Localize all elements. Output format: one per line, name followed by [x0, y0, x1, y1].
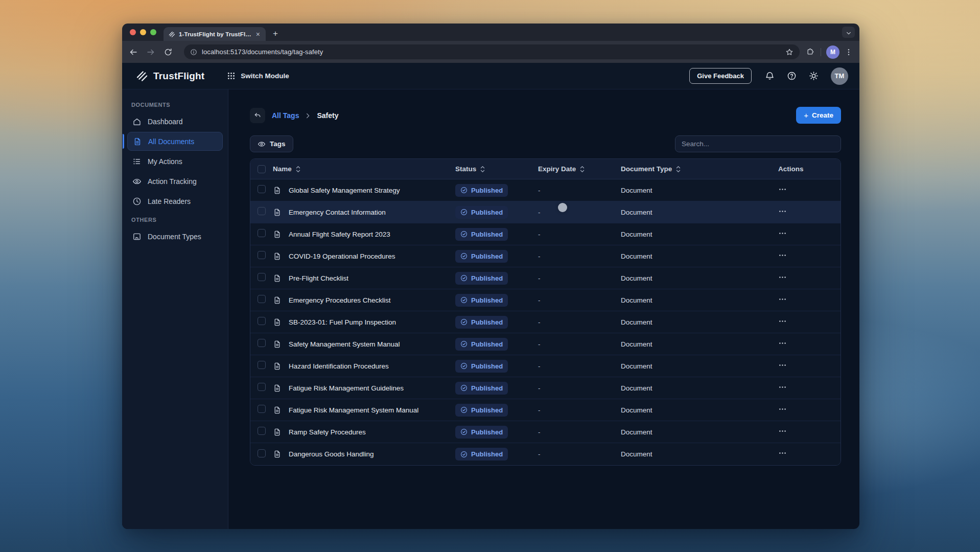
breadcrumb-parent-link[interactable]: All Tags — [272, 111, 299, 120]
sidebar-item-all-documents[interactable]: All Documents — [127, 132, 223, 151]
minimize-window-button[interactable] — [140, 29, 146, 35]
row-actions-button[interactable] — [778, 273, 787, 282]
column-header-status[interactable]: Status — [455, 165, 538, 173]
row-checkbox[interactable] — [258, 295, 266, 303]
row-checkbox[interactable] — [258, 317, 266, 325]
search-input[interactable] — [675, 135, 841, 152]
row-actions-button[interactable] — [778, 383, 787, 392]
zoom-window-button[interactable] — [150, 29, 156, 35]
table-row[interactable]: COVID-19 Operational Procedures Publishe… — [250, 245, 841, 267]
sidebar-item-dashboard[interactable]: Dashboard — [127, 112, 223, 131]
table-row[interactable]: Ramp Safety Procedures Published - Docum… — [250, 421, 841, 443]
status-label: Published — [471, 296, 503, 304]
new-tab-button[interactable]: + — [273, 29, 278, 38]
expiry-date: - — [538, 209, 621, 216]
check-circle-icon — [460, 406, 468, 413]
back-icon[interactable] — [129, 48, 138, 57]
row-checkbox[interactable] — [258, 383, 266, 391]
row-actions-button[interactable] — [778, 405, 787, 413]
table-row[interactable]: Dangerous Goods Handling Published - Doc… — [250, 443, 841, 465]
document-type: Document — [621, 231, 778, 238]
row-checkbox[interactable] — [258, 251, 266, 259]
clock-icon — [132, 197, 142, 206]
sidebar-item-my-actions[interactable]: My Actions — [127, 152, 223, 171]
row-checkbox[interactable] — [258, 273, 266, 281]
breadcrumb-back-button[interactable] — [250, 108, 265, 123]
site-info-icon[interactable] — [190, 49, 197, 56]
row-actions-button[interactable] — [778, 251, 787, 260]
row-checkbox[interactable] — [258, 449, 266, 457]
row-actions-button[interactable] — [778, 317, 787, 326]
row-checkbox[interactable] — [258, 339, 266, 347]
table-row[interactable]: Emergency Procedures Checklist Published… — [250, 289, 841, 311]
check-circle-icon — [460, 451, 468, 458]
app-body: DOCUMENTSDashboardAll DocumentsMy Action… — [122, 89, 859, 529]
expiry-date: - — [538, 362, 621, 370]
theme-sun-icon[interactable] — [809, 71, 819, 81]
row-checkbox[interactable] — [258, 207, 266, 215]
row-checkbox[interactable] — [258, 185, 266, 193]
table-row[interactable]: SB-2023-01: Fuel Pump Inspection Publish… — [250, 311, 841, 333]
table-row[interactable]: Fatigue Risk Management Guidelines Publi… — [250, 377, 841, 399]
column-header-name[interactable]: Name — [273, 165, 455, 173]
row-checkbox[interactable] — [258, 427, 266, 435]
sidebar-item-late-readers[interactable]: Late Readers — [127, 192, 223, 211]
table-row[interactable]: Fatigue Risk Management System Manual Pu… — [250, 399, 841, 421]
table-row[interactable]: Annual Flight Safety Report 2023 Publish… — [250, 223, 841, 245]
give-feedback-button[interactable]: Give Feedback — [689, 68, 752, 84]
table-row[interactable]: Emergency Contact Information Published … — [250, 201, 841, 223]
help-icon[interactable] — [787, 71, 797, 81]
tags-button[interactable]: Tags — [250, 135, 293, 152]
browser-menu-icon[interactable] — [845, 48, 853, 56]
notifications-bell-icon[interactable] — [765, 71, 775, 81]
status-badge: Published — [455, 404, 508, 417]
bookmark-star-icon[interactable] — [785, 48, 794, 56]
column-header-expiry-date[interactable]: Expiry Date — [538, 165, 621, 173]
row-checkbox[interactable] — [258, 361, 266, 369]
forward-icon[interactable] — [146, 48, 155, 57]
user-avatar[interactable]: TM — [831, 67, 848, 85]
sort-icon[interactable] — [295, 166, 301, 173]
document-name: Global Safety Management Strategy — [289, 187, 400, 194]
row-actions-button[interactable] — [778, 295, 787, 304]
row-actions-button[interactable] — [778, 427, 787, 435]
row-checkbox[interactable] — [258, 405, 266, 413]
check-circle-icon — [460, 428, 468, 435]
close-window-button[interactable] — [130, 29, 136, 35]
row-actions-button[interactable] — [778, 361, 787, 370]
create-button[interactable]: + Create — [796, 107, 841, 124]
row-actions-button[interactable] — [778, 449, 787, 457]
table-row[interactable]: Safety Management System Manual Publishe… — [250, 333, 841, 355]
table-row[interactable]: Pre-Flight Checklist Published - Documen… — [250, 267, 841, 289]
table-row[interactable]: Hazard Identification Procedures Publish… — [250, 355, 841, 377]
sort-icon[interactable] — [480, 166, 485, 173]
tab-search-button[interactable] — [842, 27, 855, 38]
module-grid-icon[interactable] — [227, 72, 236, 80]
url-bar[interactable]: localhost:5173/documents/tag/tag-safety — [184, 44, 800, 59]
sidebar-item-document-types[interactable]: Document Types — [127, 227, 223, 246]
tab-close-icon[interactable]: × — [255, 31, 261, 38]
switch-module-button[interactable]: Switch Module — [241, 72, 289, 80]
document-type: Document — [621, 209, 778, 216]
column-header-document-type[interactable]: Document Type — [621, 165, 778, 173]
row-actions-button[interactable] — [778, 229, 787, 238]
create-button-label: Create — [812, 111, 833, 119]
main-panel: All Tags Safety + Create Tags — [228, 89, 859, 529]
app-header: TrustFlight Switch Module Give Feedback … — [122, 63, 859, 89]
table-row[interactable]: Global Safety Management Strategy Publis… — [250, 179, 841, 201]
sort-icon[interactable] — [579, 166, 585, 173]
document-name: Annual Flight Safety Report 2023 — [289, 231, 390, 238]
sidebar-item-action-tracking[interactable]: Action Tracking — [127, 172, 223, 191]
document-type: Document — [621, 296, 778, 304]
row-actions-button[interactable] — [778, 207, 787, 216]
browser-tab[interactable]: 1-TrustFlight by TrustFlight × — [164, 27, 266, 41]
document-name: Pre-Flight Checklist — [289, 274, 348, 282]
browser-profile-avatar[interactable]: M — [826, 45, 839, 59]
select-all-checkbox[interactable] — [258, 165, 266, 173]
row-checkbox[interactable] — [258, 229, 266, 237]
row-actions-button[interactable] — [778, 339, 787, 348]
row-actions-button[interactable] — [778, 185, 787, 194]
reload-icon[interactable] — [164, 48, 173, 57]
extensions-icon[interactable] — [806, 48, 814, 56]
sort-icon[interactable] — [675, 166, 681, 173]
